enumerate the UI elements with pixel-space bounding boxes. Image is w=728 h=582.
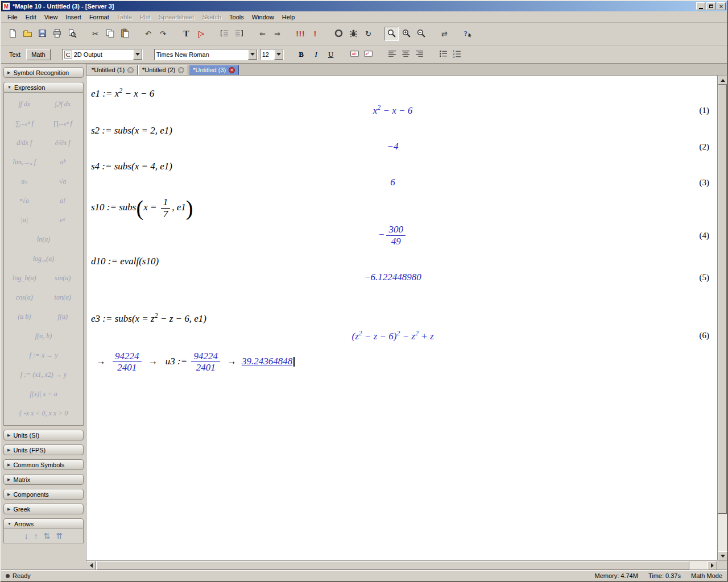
tab-untitled-3[interactable]: *Untitled (3)× <box>189 65 239 75</box>
menu-plot[interactable]: Plot <box>136 13 155 22</box>
palette-header-greek[interactable]: ▶Greek <box>3 504 84 514</box>
style-dropdown-arrow[interactable] <box>133 49 142 60</box>
font-dropdown-arrow[interactable] <box>248 49 257 60</box>
expression-item[interactable]: f(a, b) <box>5 327 82 346</box>
style-dropdown[interactable]: C 2D Output <box>62 49 143 60</box>
arrow-item[interactable]: ⇈ <box>56 531 63 541</box>
restore-button[interactable] <box>706 2 715 10</box>
expression-item[interactable]: aᵇ <box>44 153 82 172</box>
tab-close-icon[interactable]: × <box>178 67 184 73</box>
menu-edit[interactable]: Edit <box>22 13 40 22</box>
bold-button[interactable]: B <box>295 48 308 61</box>
redo-button[interactable]: ↷ <box>156 27 170 41</box>
input-line[interactable]: s2 := subs(x = 2, e1) <box>86 125 717 136</box>
restart-button[interactable]: ↻ <box>361 27 375 41</box>
expression-item[interactable]: { -x x < 0, x x > 0 <box>5 404 82 423</box>
input-line[interactable]: →942242401→ u3 := 942242401→39.24364848 <box>86 351 717 373</box>
minimize-button[interactable] <box>696 2 705 10</box>
save-button[interactable] <box>35 27 49 41</box>
menu-tools[interactable]: Tools <box>225 13 248 22</box>
expression-item[interactable]: |a| <box>5 211 44 230</box>
tab-untitled-2[interactable]: *Untitled (2)× <box>138 65 188 75</box>
expression-item[interactable]: ∫f dx <box>5 95 44 114</box>
expression-item[interactable]: f(x)| x = a <box>5 385 82 404</box>
menu-window[interactable]: Window <box>248 13 278 22</box>
input-line[interactable]: s4 := subs(x = 4, e1) <box>86 161 717 172</box>
expression-item[interactable]: √a <box>44 172 82 191</box>
execute-selection-button[interactable]: ! <box>308 27 322 41</box>
expression-item[interactable]: f(a) <box>44 307 82 326</box>
vertical-scroll-track[interactable] <box>718 85 727 551</box>
menu-format[interactable]: Format <box>85 13 113 22</box>
menu-file[interactable]: File <box>3 13 22 22</box>
execute-all-button[interactable]: !!! <box>293 27 308 41</box>
toggle-size-button[interactable]: ⇄ <box>437 27 452 41</box>
palette-header-expression[interactable]: ▼Expression <box>3 82 84 93</box>
tab-close-icon[interactable]: × <box>229 67 235 73</box>
horizontal-scroll-thumb[interactable] <box>96 561 689 570</box>
expression-item[interactable]: eᵃ <box>44 211 82 230</box>
menu-view[interactable]: View <box>40 13 62 22</box>
expression-item[interactable]: ∂/∂x f <box>44 134 82 152</box>
forward-button[interactable]: ⇒ <box>270 27 284 41</box>
expression-item[interactable]: ∑ᵢ₌ₖⁿ f <box>5 114 44 133</box>
align-left-button[interactable] <box>386 48 399 61</box>
context-help-button[interactable]: ? <box>461 27 475 41</box>
expression-item[interactable]: aₙ <box>5 172 44 191</box>
palette-header-units-si[interactable]: ▶Units (SI) <box>3 430 84 440</box>
font-dropdown[interactable]: Times New Roman <box>154 49 258 60</box>
expression-item[interactable]: ∏ᵢ₌ₖⁿ f <box>44 114 82 133</box>
insert-text-button[interactable]: T <box>179 27 193 41</box>
input-line[interactable]: s10 := subs(x = 17, e1) <box>86 197 717 219</box>
size-dropdown[interactable]: 12 <box>260 49 284 60</box>
expression-item[interactable]: f := (x1, x2) → y <box>5 365 82 384</box>
zoom-100-button[interactable] <box>384 27 399 41</box>
arrow-item[interactable]: ↑ <box>34 531 38 541</box>
back-button[interactable]: ⇐ <box>255 27 270 41</box>
open-button[interactable] <box>20 27 35 41</box>
output-line[interactable]: x2 − x − 6(1) <box>86 104 717 117</box>
expression-item[interactable]: ln(a) <box>5 230 82 249</box>
menu-sketch[interactable]: Sketch <box>198 13 225 22</box>
input-line[interactable]: d10 := evalf(s10) <box>86 256 717 267</box>
bullet-list-button[interactable] <box>437 48 450 61</box>
expression-item[interactable]: a! <box>44 192 82 210</box>
undo-button[interactable]: ↶ <box>141 27 155 41</box>
expression-item[interactable]: f := x → y <box>5 346 82 365</box>
expression-item[interactable]: d/dx f <box>5 134 44 152</box>
underline-button[interactable]: U <box>325 48 337 61</box>
new-document-button[interactable] <box>6 27 20 41</box>
print-preview-button[interactable] <box>65 27 79 41</box>
scroll-right-button[interactable] <box>708 561 717 570</box>
numbered-list-button[interactable]: 123 <box>451 48 464 61</box>
italic-button[interactable]: I <box>310 48 322 61</box>
output-line[interactable]: −30049(4) <box>86 224 717 247</box>
copy-button[interactable] <box>103 27 117 41</box>
paste-button[interactable] <box>118 27 132 41</box>
size-dropdown-arrow[interactable] <box>274 49 283 60</box>
text-entry-button[interactable]: ab <box>349 48 361 61</box>
zoom-in-button[interactable] <box>399 27 413 41</box>
palette-header-common-symbols[interactable]: ▶Common Symbols <box>3 459 84 470</box>
menu-help[interactable]: Help <box>278 13 299 22</box>
output-line[interactable]: −4(2) <box>86 141 717 152</box>
output-line[interactable]: −6.122448980(5) <box>86 272 717 283</box>
debug-button[interactable] <box>346 27 361 41</box>
menu-table[interactable]: Table <box>113 13 136 22</box>
expression-item[interactable]: ⁿ√a <box>5 192 44 210</box>
worksheet[interactable]: e1 := x2 − x − 6x2 − x − 6(1)s2 := subs(… <box>86 76 717 560</box>
vertical-scroll-thumb[interactable] <box>718 85 727 514</box>
enclose-section-button[interactable] <box>217 27 231 41</box>
horizontal-scrollbar[interactable] <box>86 560 717 570</box>
expression-item[interactable]: cos(a) <box>5 288 44 307</box>
expression-item[interactable]: log₁₀(a) <box>5 250 82 268</box>
scroll-left-button[interactable] <box>86 561 96 570</box>
scroll-up-button[interactable] <box>718 76 727 85</box>
zoom-out-button[interactable] <box>414 27 428 41</box>
expression-item[interactable]: tan(a) <box>44 288 82 307</box>
arrow-item[interactable]: ↓ <box>24 531 28 541</box>
output-line[interactable]: 6(3) <box>86 177 717 188</box>
interrupt-button[interactable] <box>332 27 346 41</box>
cut-button[interactable]: ✂ <box>88 27 102 41</box>
expression-item[interactable]: sin(a) <box>44 269 82 288</box>
